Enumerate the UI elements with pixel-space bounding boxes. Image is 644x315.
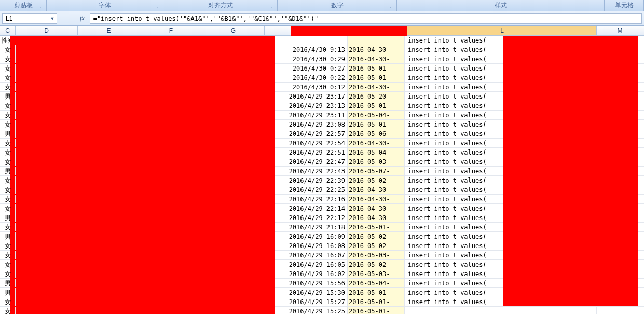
cell-H[interactable]: 2016/4/29 23:08 — [265, 120, 348, 129]
cell-C[interactable]: 女 — [0, 307, 16, 314]
cell-I[interactable]: 2016-05-03- — [348, 251, 405, 259]
cell-C[interactable]: 女 — [0, 111, 16, 119]
cell-H[interactable]: 2016/4/29 16:02 — [265, 269, 348, 278]
cell-I[interactable]: 2016-05-20- — [348, 92, 405, 101]
column-header-G[interactable]: G — [202, 26, 265, 35]
name-box[interactable]: L1 ▼ — [2, 13, 57, 24]
cell-H[interactable]: 2016/4/30 0:29 — [265, 54, 348, 63]
cell-I[interactable]: 2016-05-01- — [348, 64, 405, 73]
cell-C[interactable]: 女 — [0, 148, 16, 157]
cell-C[interactable]: 女 — [0, 269, 16, 278]
cell-H[interactable]: 2016/4/30 0:22 — [265, 73, 348, 82]
cell-I[interactable]: 2016-05-02- — [348, 232, 405, 241]
formula-input[interactable]: ="insert into t values('"&A1&"','"&B1&"'… — [90, 13, 642, 24]
column-header-D[interactable]: D — [16, 26, 78, 35]
cell-C[interactable]: 女 — [0, 260, 16, 269]
cell-C[interactable]: 男 — [0, 92, 16, 101]
cell-I[interactable]: 2016-04-30- — [348, 45, 405, 54]
cell-I[interactable]: 2016-04-30- — [348, 195, 405, 203]
cell-I[interactable]: 2016-05-01- — [348, 288, 405, 297]
cell-L[interactable] — [405, 307, 597, 314]
cell-H[interactable]: 2016/4/29 22:57 — [265, 129, 348, 138]
cell-I[interactable]: 2016-04-30- — [348, 139, 405, 147]
dialog-launcher-icon[interactable]: ⌐ — [269, 3, 276, 10]
cell-H[interactable]: 2016/4/29 23:17 — [265, 92, 348, 101]
cell-I[interactable]: 2016-04-30- — [348, 185, 405, 194]
cell-C[interactable]: 女 — [0, 101, 16, 110]
cell-H[interactable]: 2016/4/29 15:27 — [265, 297, 348, 306]
cell-H[interactable]: 2016/4/29 22:25 — [265, 185, 348, 194]
cell-H[interactable]: 2016/4/29 22:47 — [265, 157, 348, 166]
cell-I[interactable]: 2016-05-01- — [348, 223, 405, 231]
cell-C[interactable]: 女 — [0, 185, 16, 194]
cell-H[interactable]: 2016/4/29 15:25 — [265, 307, 348, 314]
cell-H[interactable]: 2016/4/30 0:27 — [265, 64, 348, 73]
cell-I[interactable]: 2016-05-04- — [348, 111, 405, 119]
column-header-E[interactable]: E — [78, 26, 140, 35]
cell-H[interactable] — [265, 36, 348, 45]
cell-H[interactable]: 2016/4/30 9:13 — [265, 45, 348, 54]
dialog-launcher-icon[interactable]: ⌐ — [388, 3, 395, 10]
cell-I[interactable]: 2016-05-02- — [348, 241, 405, 250]
dialog-launcher-icon[interactable]: ⌐ — [155, 3, 162, 10]
cell-I[interactable]: 2016-05-01- — [348, 120, 405, 129]
column-header-C[interactable]: C — [0, 26, 16, 35]
cell-H[interactable]: 2016/4/30 0:12 — [265, 83, 348, 91]
cell-I[interactable]: 2016-05-07- — [348, 167, 405, 175]
cell-C[interactable]: 女 — [0, 241, 16, 250]
cell-C[interactable]: 男 — [0, 129, 16, 138]
dialog-launcher-icon[interactable]: ⌐ — [38, 3, 45, 10]
cell-C[interactable]: 女 — [0, 139, 16, 147]
cell-H[interactable]: 2016/4/29 16:09 — [265, 232, 348, 241]
cell-H[interactable]: 2016/4/29 16:05 — [265, 260, 348, 269]
cell-H[interactable]: 2016/4/29 22:54 — [265, 139, 348, 147]
cell-I[interactable]: 2016-05-01- — [348, 73, 405, 82]
cell-C[interactable]: 女 — [0, 204, 16, 213]
cell-C[interactable]: 男 — [0, 213, 16, 222]
cell-H[interactable]: 2016/4/29 22:12 — [265, 213, 348, 222]
cell-H[interactable]: 2016/4/29 23:13 — [265, 101, 348, 110]
cell-C[interactable]: 女 — [0, 223, 16, 231]
cell-H[interactable]: 2016/4/29 23:11 — [265, 111, 348, 119]
cell-I[interactable]: 2016-05-03- — [348, 157, 405, 166]
chevron-down-icon[interactable]: ▼ — [48, 16, 57, 21]
cell-C[interactable]: 女 — [0, 176, 16, 185]
cell-I[interactable] — [348, 36, 405, 45]
column-header-L[interactable]: L — [405, 26, 597, 35]
cell-I[interactable]: 2016-05-01- — [348, 307, 405, 314]
cell-I[interactable]: 2016-04-30- — [348, 213, 405, 222]
cell-C[interactable]: 女 — [0, 64, 16, 73]
cell-I[interactable]: 2016-05-03- — [348, 269, 405, 278]
cell-C[interactable]: 男 — [0, 167, 16, 175]
cell-H[interactable]: 2016/4/29 22:39 — [265, 176, 348, 185]
cell-H[interactable]: 2016/4/29 16:07 — [265, 251, 348, 259]
spreadsheet-grid[interactable]: CDEFGHILM 性别生活手机号insert into t values(女2… — [0, 26, 644, 314]
cell-I[interactable]: 2016-05-04- — [348, 279, 405, 287]
cell-H[interactable]: 2016/4/29 22:16 — [265, 195, 348, 203]
cell-C[interactable]: 女 — [0, 54, 16, 63]
cell-C[interactable]: 女 — [0, 120, 16, 129]
cell-I[interactable]: 2016-05-06- — [348, 129, 405, 138]
cell-I[interactable]: 2016-04-30- — [348, 204, 405, 213]
cell-C[interactable]: 男 — [0, 279, 16, 287]
column-header-F[interactable]: F — [140, 26, 202, 35]
cell-C[interactable]: 女 — [0, 251, 16, 259]
cell-C[interactable]: 女 — [0, 297, 16, 306]
cell-I[interactable]: 2016-04-30- — [348, 54, 405, 63]
cell-C[interactable]: 女 — [0, 73, 16, 82]
fx-icon[interactable]: fx — [80, 15, 85, 22]
cell-H[interactable]: 2016/4/29 16:08 — [265, 241, 348, 250]
cell-C[interactable]: 女 — [0, 157, 16, 166]
cell-M[interactable] — [597, 307, 643, 314]
cell-I[interactable]: 2016-05-01- — [348, 101, 405, 110]
cell-H[interactable]: 2016/4/29 15:56 — [265, 279, 348, 287]
cell-I[interactable]: 2016-05-04- — [348, 148, 405, 157]
cell-C[interactable]: 女 — [0, 195, 16, 203]
cell-H[interactable]: 2016/4/29 15:30 — [265, 288, 348, 297]
cell-C[interactable]: 男 — [0, 232, 16, 241]
cell-I[interactable]: 2016-05-02- — [348, 260, 405, 269]
cell-I[interactable]: 2016-04-30- — [348, 83, 405, 91]
cell-H[interactable]: 2016/4/29 22:51 — [265, 148, 348, 157]
cell-H[interactable]: 2016/4/29 21:18 — [265, 223, 348, 231]
cell-C[interactable]: 女 — [0, 45, 16, 54]
